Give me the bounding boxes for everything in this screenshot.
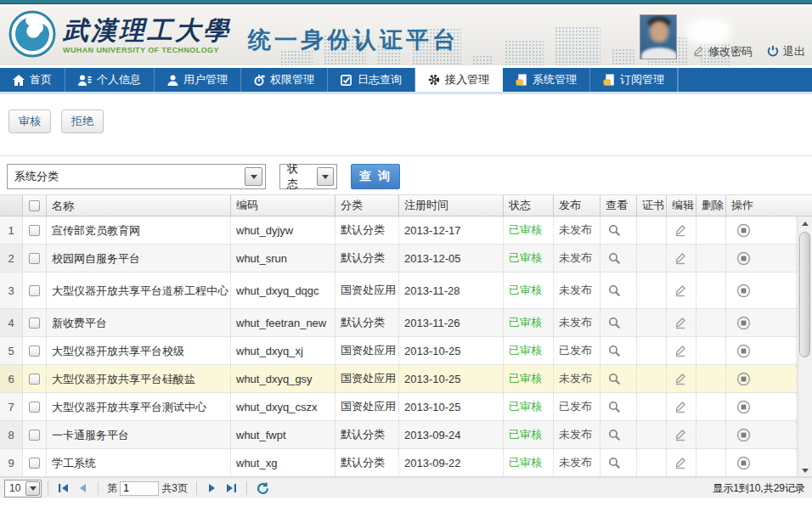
stop-icon[interactable] bbox=[736, 400, 751, 414]
magnifier-icon[interactable] bbox=[608, 345, 621, 357]
publish-cell: 未发布 bbox=[554, 309, 601, 336]
table-row[interactable]: 9学工系统whut_xg默认分类2013-09-22已审核未发布 bbox=[0, 449, 798, 477]
audit-button[interactable]: 审核 bbox=[8, 110, 51, 133]
stop-icon[interactable] bbox=[736, 251, 751, 266]
reg-date-cell: 2013-11-28 bbox=[399, 273, 504, 308]
category-select[interactable]: 系统分类 bbox=[7, 164, 266, 189]
edit-cell bbox=[667, 365, 696, 392]
code-cell: whut_dxyq_cszx bbox=[231, 393, 336, 420]
logout-label: 退出 bbox=[783, 44, 805, 59]
magnifier-icon[interactable] bbox=[608, 457, 621, 469]
status-select[interactable]: 状态 bbox=[279, 164, 337, 189]
pencil-icon[interactable] bbox=[674, 251, 687, 265]
reject-button[interactable]: 拒绝 bbox=[61, 110, 104, 133]
nav-tab-label: 权限管理 bbox=[270, 72, 314, 87]
magnifier-icon[interactable] bbox=[608, 429, 621, 441]
edit-cell bbox=[667, 216, 696, 244]
row-checkbox[interactable] bbox=[29, 285, 40, 296]
cert-cell bbox=[637, 309, 667, 336]
pencil-icon[interactable] bbox=[674, 428, 687, 441]
first-page-button[interactable] bbox=[54, 480, 73, 497]
stop-icon[interactable] bbox=[736, 456, 751, 470]
logout-link[interactable]: 退出 bbox=[767, 44, 805, 59]
nav-tab-subscribe[interactable]: 订阅管理 bbox=[590, 68, 678, 92]
triangle-down-icon bbox=[802, 469, 809, 473]
nav-tab-access[interactable]: 接入管理 bbox=[415, 68, 503, 92]
stop-icon[interactable] bbox=[736, 372, 751, 386]
prev-page-button[interactable] bbox=[73, 480, 92, 497]
pencil-icon[interactable] bbox=[674, 284, 687, 297]
rownum-header bbox=[0, 195, 23, 216]
table-row[interactable]: 7大型仪器开放共享平台测试中心whut_dxyq_cszx国资处应用2013-1… bbox=[0, 393, 798, 421]
pencil-icon[interactable] bbox=[674, 400, 687, 413]
table-row[interactable]: 3大型仪器开放共享平台道桥工程中心whut_dxyq_dqgc国资处应用2013… bbox=[0, 273, 798, 309]
next-page-button[interactable] bbox=[203, 480, 222, 497]
row-number: 4 bbox=[0, 309, 23, 336]
scrollbar-thumb[interactable] bbox=[799, 232, 810, 357]
table-row[interactable]: 6大型仪器开放共享平台硅酸盐whut_dxyq_gsy国资处应用2013-10-… bbox=[0, 365, 798, 393]
nav-tab-profile[interactable]: 个人信息 bbox=[65, 68, 155, 92]
pencil-icon[interactable] bbox=[674, 223, 687, 237]
stop-icon[interactable] bbox=[736, 284, 751, 298]
status-dropdown-button[interactable] bbox=[317, 167, 334, 186]
table-row[interactable]: 1宣传部党员教育网whut_dyjyw默认分类2013-12-17已审核未发布 bbox=[0, 216, 798, 244]
logo-group: 武漢理工大學 WUHAN UNIVERSITY OF TECHNOLOGY 统一… bbox=[8, 10, 459, 61]
table-row[interactable]: 5大型仪器开放共享平台校级whut_dxyq_xj国资处应用2013-10-25… bbox=[0, 337, 798, 365]
name-cell: 一卡通服务平台 bbox=[47, 421, 231, 448]
status-select-value: 状态 bbox=[280, 161, 314, 192]
row-checkbox[interactable] bbox=[29, 253, 40, 264]
select-all-checkbox[interactable] bbox=[29, 200, 40, 211]
pencil-icon[interactable] bbox=[674, 372, 687, 385]
stop-icon[interactable] bbox=[736, 344, 751, 358]
search-button[interactable]: 查 询 bbox=[351, 164, 400, 189]
nav-tab-label: 系统管理 bbox=[533, 72, 577, 87]
row-checkbox[interactable] bbox=[29, 374, 40, 385]
table-row[interactable]: 8一卡通服务平台whut_fwpt默认分类2013-09-24已审核未发布 bbox=[0, 421, 798, 449]
stop-icon[interactable] bbox=[736, 428, 751, 442]
row-checkbox[interactable] bbox=[29, 318, 40, 329]
view-header: 查看 bbox=[601, 195, 637, 216]
delete-cell bbox=[696, 421, 726, 448]
magnifier-icon[interactable] bbox=[608, 401, 621, 413]
nav-tab-system[interactable]: 系统管理 bbox=[503, 68, 590, 92]
pencil-icon[interactable] bbox=[674, 344, 687, 357]
stop-icon[interactable] bbox=[736, 223, 751, 238]
nav-tab-permissions[interactable]: 权限管理 bbox=[241, 68, 328, 92]
page-size-select[interactable]: 10 bbox=[4, 480, 42, 497]
page-number-input[interactable] bbox=[120, 481, 159, 496]
pencil-icon[interactable] bbox=[674, 456, 687, 469]
magnifier-icon[interactable] bbox=[608, 284, 621, 297]
magnifier-icon[interactable] bbox=[608, 252, 621, 265]
row-checkbox[interactable] bbox=[29, 346, 40, 357]
stop-icon[interactable] bbox=[736, 316, 751, 330]
magnifier-icon[interactable] bbox=[608, 317, 621, 329]
change-password-link[interactable]: 修改密码 bbox=[692, 44, 753, 59]
row-checkbox[interactable] bbox=[29, 225, 40, 236]
table-row[interactable]: 4新收费平台whut_feetran_new默认分类2013-11-26已审核未… bbox=[0, 309, 798, 337]
last-page-button[interactable] bbox=[222, 480, 240, 497]
scroll-up-button[interactable] bbox=[798, 216, 812, 230]
row-checkbox[interactable] bbox=[29, 458, 40, 469]
nav-tab-users[interactable]: 用户管理 bbox=[155, 68, 241, 92]
category-dropdown-button[interactable] bbox=[245, 167, 262, 186]
magnifier-icon[interactable] bbox=[608, 224, 621, 237]
row-number: 8 bbox=[0, 421, 23, 448]
grid-body: 1宣传部党员教育网whut_dyjyw默认分类2013-12-17已审核未发布2… bbox=[0, 216, 812, 477]
status-cell: 已审核 bbox=[504, 393, 554, 420]
row-checkbox[interactable] bbox=[29, 402, 40, 413]
row-checkbox[interactable] bbox=[29, 430, 40, 441]
nav-tab-home[interactable]: 首页 bbox=[0, 68, 65, 92]
refresh-icon[interactable] bbox=[253, 480, 272, 497]
pencil-icon[interactable] bbox=[674, 316, 687, 329]
magnifier-icon[interactable] bbox=[608, 373, 621, 385]
publish-cell: 未发布 bbox=[554, 244, 601, 272]
nav-tab-logs[interactable]: 日志查询 bbox=[328, 68, 415, 92]
user-icon bbox=[167, 75, 178, 86]
scroll-down-button[interactable] bbox=[798, 464, 812, 477]
vertical-scrollbar[interactable] bbox=[798, 216, 812, 477]
view-cell bbox=[601, 393, 637, 420]
table-row[interactable]: 2校园网自服务平台whut_srun默认分类2013-12-05已审核未发布 bbox=[0, 244, 798, 273]
page-size-dropdown-button[interactable] bbox=[25, 481, 40, 496]
avatar[interactable] bbox=[640, 14, 677, 59]
page-size-value: 10 bbox=[5, 482, 25, 494]
